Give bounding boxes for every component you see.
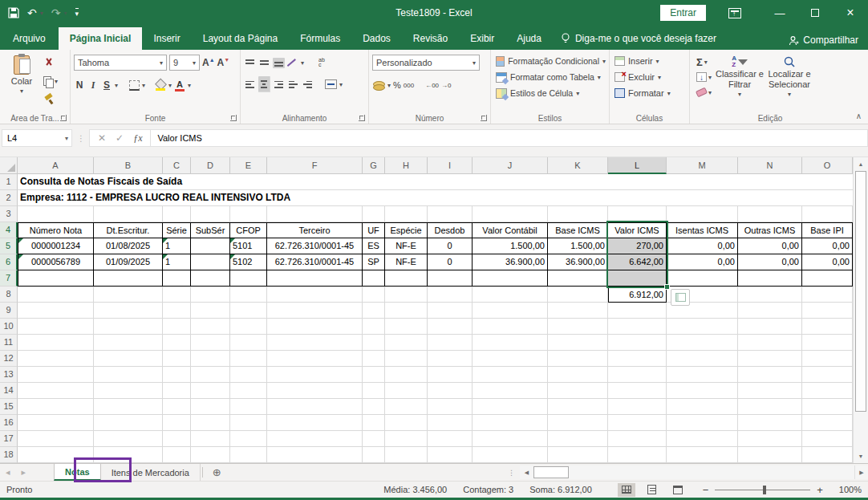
format-cells-button[interactable]: Formatar▾: [614, 85, 686, 101]
cell-F13[interactable]: [267, 367, 363, 383]
tab-revisao[interactable]: Revisão: [402, 27, 459, 50]
cell-E5[interactable]: 5101: [230, 238, 267, 254]
number-format-combo[interactable]: Personalizado▾: [372, 55, 480, 71]
cell-G7[interactable]: [363, 270, 385, 287]
cell-L15[interactable]: [608, 399, 667, 415]
cell-C5[interactable]: 1: [163, 238, 191, 254]
increase-decimal-button[interactable]: ←00: [425, 82, 439, 89]
cell-M17[interactable]: [667, 431, 738, 447]
cell-G17[interactable]: [363, 431, 385, 447]
comma-style-button[interactable]: 000: [404, 82, 414, 89]
cell-B5[interactable]: 01/08/2025: [94, 238, 163, 254]
cell-A16[interactable]: [18, 415, 94, 431]
orientation-caret-icon[interactable]: ▾: [301, 59, 304, 67]
cell-E14[interactable]: [230, 383, 267, 399]
merge-caret-icon[interactable]: ▾: [339, 81, 343, 88]
row-header-4[interactable]: 4: [0, 222, 18, 238]
cell-G15[interactable]: [363, 399, 385, 415]
scroll-down-icon[interactable]: ▼: [854, 449, 868, 463]
cell-C17[interactable]: [163, 431, 191, 447]
cell-C9[interactable]: [163, 303, 191, 319]
format-as-table-button[interactable]: Formatar como Tabela▾: [496, 69, 606, 85]
redo-button[interactable]: ↷: [51, 6, 61, 19]
cell-E8[interactable]: [230, 287, 267, 303]
row-header-12[interactable]: 12: [0, 351, 18, 367]
wrap-text-button[interactable]: abc: [318, 58, 331, 68]
cell-M6[interactable]: 0,00: [667, 254, 738, 270]
cell-N3[interactable]: [738, 206, 802, 222]
cell-A3[interactable]: [18, 206, 94, 222]
cell-M11[interactable]: [667, 335, 738, 351]
cell-E7[interactable]: [230, 270, 267, 287]
customize-qat-icon[interactable]: ▾: [75, 8, 79, 18]
cell-L7[interactable]: [608, 270, 667, 287]
insert-function-icon[interactable]: ƒx: [133, 132, 142, 144]
cell-I13[interactable]: [428, 367, 473, 383]
cell-E9[interactable]: [230, 303, 267, 319]
cell-B13[interactable]: [94, 367, 163, 383]
sign-in-button[interactable]: Entrar: [660, 5, 706, 21]
cell-I12[interactable]: [428, 351, 473, 367]
row-header-8[interactable]: 8: [0, 287, 18, 303]
cell-O7[interactable]: [802, 270, 853, 287]
cell-A1[interactable]: Consulta de Notas Fiscais de Saída: [18, 174, 94, 190]
italic-button[interactable]: I: [87, 79, 99, 91]
cell-C18[interactable]: [163, 447, 191, 463]
cell-K12[interactable]: [548, 351, 608, 367]
cell-G2[interactable]: [363, 190, 385, 206]
borders-icon[interactable]: [129, 80, 140, 91]
decrease-font-button[interactable]: A▼: [217, 57, 230, 68]
delete-cells-button[interactable]: Excluir▾: [614, 69, 686, 85]
cell-A14[interactable]: [18, 383, 94, 399]
conditional-formatting-button[interactable]: Formatação Condicional▾: [496, 53, 606, 69]
row-header-16[interactable]: 16: [0, 415, 18, 431]
cell-E6[interactable]: 5102: [230, 254, 267, 270]
cell-D14[interactable]: [191, 383, 230, 399]
cell-H9[interactable]: [385, 303, 428, 319]
cell-E11[interactable]: [230, 335, 267, 351]
cell-B14[interactable]: [94, 383, 163, 399]
cell-K9[interactable]: [548, 303, 608, 319]
cell-B3[interactable]: [94, 206, 163, 222]
cell-A2[interactable]: Empresa: 1112 - EMPRESA LUCRO REAL INTEN…: [18, 190, 94, 206]
cell-G14[interactable]: [363, 383, 385, 399]
font-dialog-launcher[interactable]: [230, 115, 237, 121]
cell-F11[interactable]: [267, 335, 363, 351]
cell-B17[interactable]: [94, 431, 163, 447]
column-header-N[interactable]: N: [738, 157, 802, 174]
cell-E18[interactable]: [230, 447, 267, 463]
cell-E10[interactable]: [230, 319, 267, 335]
alignment-dialog-launcher[interactable]: [359, 115, 365, 121]
cell-I15[interactable]: [428, 399, 473, 415]
cell-E17[interactable]: [230, 431, 267, 447]
cell-D1[interactable]: [191, 174, 230, 190]
cell-N18[interactable]: [738, 447, 802, 463]
vertical-scrollbar[interactable]: ▲ ▼: [853, 157, 868, 463]
cell-O3[interactable]: [802, 206, 853, 222]
align-top-button[interactable]: [244, 58, 256, 68]
tab-pagina-inicial[interactable]: Página Inicial: [59, 27, 143, 50]
cell-M7[interactable]: [667, 270, 738, 287]
minimize-button[interactable]: —: [762, 0, 797, 26]
select-all-corner[interactable]: [0, 157, 18, 174]
cell-G12[interactable]: [363, 351, 385, 367]
cell-N8[interactable]: [738, 287, 802, 303]
cell-H3[interactable]: [385, 206, 428, 222]
close-button[interactable]: ×: [833, 0, 868, 26]
sheet-tab-notas[interactable]: Notas: [54, 464, 101, 481]
column-header-G[interactable]: G: [363, 157, 385, 174]
redo-caret-icon[interactable]: ▾: [63, 10, 67, 17]
cell-H13[interactable]: [385, 367, 428, 383]
cell-O15[interactable]: [802, 399, 853, 415]
row-header-5[interactable]: 5: [0, 238, 18, 254]
cell-D18[interactable]: [191, 447, 230, 463]
cell-N15[interactable]: [738, 399, 802, 415]
cell-B9[interactable]: [94, 303, 163, 319]
column-header-K[interactable]: K: [548, 157, 608, 174]
cell-I3[interactable]: [428, 206, 473, 222]
cell-G1[interactable]: [363, 174, 385, 190]
cell-C10[interactable]: [163, 319, 191, 335]
cell-H5[interactable]: NF-E: [385, 238, 428, 254]
cell-J14[interactable]: [473, 383, 548, 399]
cell-K10[interactable]: [548, 319, 608, 335]
